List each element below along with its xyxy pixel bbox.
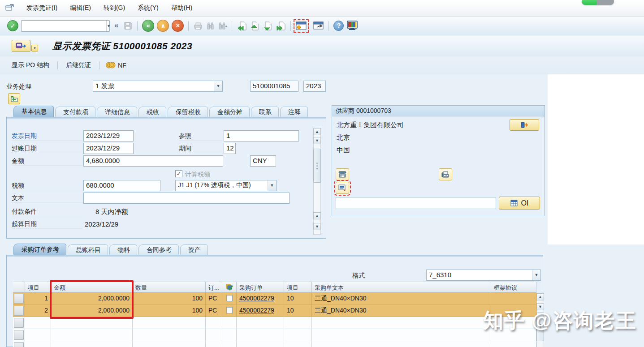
scroll-up-icon[interactable]: ▲	[536, 293, 544, 300]
tab-material[interactable]: 物料	[109, 244, 137, 255]
first-page-icon[interactable]	[237, 21, 247, 31]
scroll-down-icon[interactable]: ▼	[313, 223, 321, 230]
tab-contract-reference[interactable]: 合同参考	[138, 244, 179, 255]
tab-po-reference[interactable]: 采购订单参考	[13, 244, 66, 255]
cell-final-invoice[interactable]	[222, 293, 237, 305]
tab-withholding-tax[interactable]: 保留税收	[168, 107, 208, 117]
back-icon[interactable]: «	[142, 20, 154, 32]
cancel-icon[interactable]: ×	[172, 20, 184, 32]
fax-button[interactable]	[439, 168, 452, 180]
text-field[interactable]	[83, 193, 290, 204]
show-po-structure-button[interactable]: 显示 PO 结构	[6, 59, 55, 72]
scroll-down-icon[interactable]: ▼	[313, 137, 321, 144]
table-row-empty[interactable]	[13, 317, 544, 329]
tab-asset[interactable]: 资产	[180, 244, 208, 255]
cell-purchase-order[interactable]: 4500002279	[237, 305, 284, 317]
tax-code-dropdown[interactable]: J1 J1 (17% 进项税，中国) ▼	[175, 180, 277, 191]
table-row-empty[interactable]	[13, 329, 544, 341]
dropdown-arrow-icon[interactable]: ▼	[532, 270, 540, 280]
create-shortcut-icon[interactable]	[313, 21, 324, 30]
col-po-text[interactable]: 采购单文本	[312, 282, 491, 293]
tab-details[interactable]: 详细信息	[97, 107, 137, 117]
dropdown-arrow-icon[interactable]: ▼	[268, 180, 276, 191]
customize-layout-icon[interactable]	[346, 21, 358, 31]
row-selector[interactable]	[13, 317, 25, 329]
title-dropdown-icon[interactable]: ▾	[31, 45, 38, 51]
tab-amount-split[interactable]: 金额分摊	[209, 107, 250, 117]
command-dropdown-icon[interactable]: ▼	[106, 21, 111, 31]
tab-contacts[interactable]: 联系	[251, 107, 279, 117]
find-icon[interactable]	[206, 21, 215, 30]
print-icon[interactable]	[193, 21, 203, 30]
save-icon[interactable]	[123, 21, 133, 30]
invoice-date-field[interactable]: 2023/12/29	[83, 130, 134, 141]
calculate-tax-checkbox[interactable]: ✓	[175, 170, 182, 177]
find-next-icon[interactable]	[218, 21, 227, 30]
cell-quantity[interactable]: 100	[133, 293, 206, 305]
cell-po-text[interactable]: 三通_DN40×DN30	[312, 293, 491, 305]
tab-payment[interactable]: 支付款项	[55, 107, 95, 117]
col-order-unit[interactable]: 订...	[206, 282, 222, 293]
col-outline-agreement[interactable]: 框架协议	[491, 282, 536, 293]
tab-basic-data[interactable]: 基本信息	[13, 106, 54, 117]
cell-final-invoice[interactable]	[222, 305, 237, 317]
checkbox[interactable]	[226, 307, 233, 313]
row-selector[interactable]	[13, 329, 25, 341]
scroll-up-icon[interactable]: ▲	[313, 212, 321, 219]
cell-po-text[interactable]: 三通_DN40×DN30	[312, 305, 491, 317]
row-selector[interactable]	[13, 305, 25, 317]
follow-on-documents-button[interactable]: 后继凭证	[61, 59, 96, 72]
amount-field[interactable]: 4,680.0000	[83, 155, 223, 167]
vendor-extra-field[interactable]	[336, 197, 496, 209]
table-row-empty[interactable]	[13, 341, 544, 347]
scroll-up-icon[interactable]: ▲	[313, 128, 321, 135]
dropdown-arrow-icon[interactable]: ▼	[214, 81, 222, 91]
select-all-header[interactable]	[13, 282, 25, 293]
menu-invoice-document[interactable]: 发票凭证(I)	[20, 2, 64, 14]
period-field[interactable]: 12	[224, 143, 236, 154]
menu-edit[interactable]: 编辑(E)	[64, 2, 97, 14]
command-field[interactable]	[22, 21, 106, 31]
previous-page-icon[interactable]	[250, 21, 260, 31]
cell-order-unit[interactable]: PC	[206, 293, 222, 305]
help-icon[interactable]: ?	[333, 21, 344, 31]
collapse-icon[interactable]: «	[114, 21, 118, 30]
tax-amount-field[interactable]: 680.0000	[83, 180, 160, 191]
gui-services-icon[interactable]	[12, 40, 30, 52]
nf-button[interactable]: NF	[117, 60, 132, 71]
tab-tax[interactable]: 税收	[138, 107, 166, 117]
cell-purchase-order[interactable]: 4500002279	[237, 293, 284, 305]
col-purchase-order[interactable]: 采购订单	[237, 282, 284, 293]
col-item[interactable]: 项目	[25, 282, 51, 293]
po-link[interactable]: 4500002279	[239, 307, 274, 314]
bank-details-button[interactable]	[336, 182, 349, 194]
menu-system[interactable]: 系统(Y)	[131, 2, 165, 14]
last-page-icon[interactable]	[276, 21, 286, 31]
phone-button[interactable]	[336, 168, 349, 180]
currency-field[interactable]: CNY	[250, 155, 276, 167]
cell-order-unit[interactable]: PC	[206, 305, 222, 317]
row-selector[interactable]	[13, 341, 25, 347]
col-final-invoice[interactable]	[222, 282, 237, 293]
menu-goto[interactable]: 转到(G)	[97, 2, 131, 14]
cell-outline-agreement[interactable]	[491, 293, 536, 305]
po-link[interactable]: 4500002279	[239, 295, 274, 302]
cell-po-item[interactable]: 10	[284, 293, 312, 305]
enter-icon[interactable]: ✓	[7, 20, 18, 31]
col-po-item[interactable]: 项目	[284, 282, 312, 293]
col-quantity[interactable]: 数量	[133, 282, 206, 293]
next-page-icon[interactable]	[263, 21, 273, 31]
cell-item[interactable]: 2	[25, 305, 51, 317]
display-vendor-button[interactable]	[510, 119, 539, 131]
posting-date-field[interactable]: 2023/12/29	[83, 143, 134, 154]
invoice-doc-number-field[interactable]: 5100001085	[250, 81, 298, 92]
exit-up-icon[interactable]: ∧	[157, 20, 169, 32]
layout-dropdown[interactable]: 7_6310 ▼	[426, 270, 541, 281]
new-session-icon[interactable]	[295, 21, 307, 31]
fiscal-year-field[interactable]: 2023	[303, 81, 326, 92]
transaction-type-dropdown[interactable]: 1 发票 ▼	[93, 81, 223, 92]
checkbox[interactable]	[226, 295, 233, 301]
reference-field[interactable]: 1	[224, 130, 299, 141]
show-worklist-button[interactable]	[8, 93, 20, 104]
tab-note[interactable]: 注释	[280, 107, 308, 117]
